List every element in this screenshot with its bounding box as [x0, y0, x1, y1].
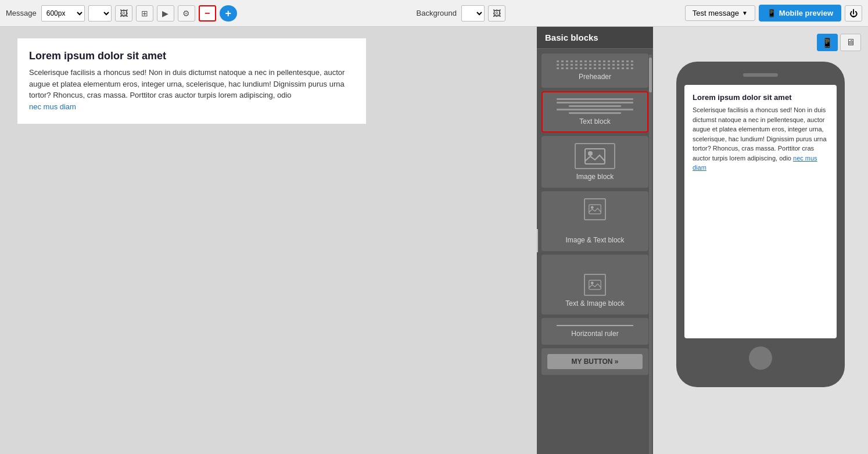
block-item-preheader[interactable]: Preheader	[541, 53, 648, 88]
sidebar-header: Basic blocks	[537, 27, 653, 49]
block-item-hr[interactable]: Horizontal ruler	[541, 318, 648, 345]
button-block-preview: MY BUTTON »	[547, 354, 643, 369]
block-item-text-image[interactable]: Text & Image block	[541, 255, 648, 314]
hr-block-icon	[547, 325, 643, 326]
text-image-block-icon	[547, 262, 643, 296]
sidebar-scrollbar	[649, 55, 652, 454]
image-text-block-icon	[547, 198, 643, 233]
image-text-small-img	[584, 198, 606, 220]
text-block-label: Text block	[579, 117, 610, 126]
block-item-text[interactable]: Text block	[541, 91, 648, 133]
image-icon-btn[interactable]: 🖼	[115, 5, 132, 22]
color-select[interactable]	[88, 5, 112, 22]
phone-speaker	[743, 73, 778, 77]
phone-email-body: Scelerisque facilisis a rhoncus sed! Non…	[693, 105, 828, 173]
background-label: Background	[417, 9, 457, 17]
image-block-label: Image block	[576, 173, 614, 181]
text-line-3	[569, 105, 621, 107]
text-line-2	[557, 102, 633, 103]
text-image-small-img	[584, 274, 606, 296]
sidebar-blocks-list: Preheader Text block	[537, 49, 653, 454]
svg-point-5	[591, 282, 594, 285]
phone-body-text: Scelerisque facilisis a rhoncus sed! Non…	[693, 106, 827, 162]
dashed-line-2	[557, 64, 633, 66]
dashed-line-3	[557, 67, 633, 69]
background-color-select[interactable]	[461, 5, 485, 22]
phone-email-title: Lorem ipsum dolor sit amet	[693, 93, 828, 102]
svg-rect-2	[589, 205, 601, 214]
image-svg-icon	[584, 148, 605, 165]
svg-rect-0	[585, 149, 605, 164]
mobile-preview-toggle[interactable]: 📱	[817, 34, 838, 51]
phone-mockup: Lorem ipsum dolor sit amet Scelerisque f…	[676, 62, 845, 387]
main-area: Lorem ipsum dolor sit amet Scelerisque f…	[0, 27, 868, 454]
text-line-1	[557, 98, 633, 100]
toolbar: Message 600px 500px 700px 🖼 ⊞ ▶ ⚙ − + Ba…	[0, 0, 868, 27]
email-canvas[interactable]: Lorem ipsum dolor sit amet Scelerisque f…	[0, 27, 537, 454]
email-title: Lorem ipsum dolor sit amet	[29, 50, 354, 62]
block-item-button[interactable]: MY BUTTON »	[541, 348, 648, 375]
text-line-5	[569, 112, 621, 114]
preview-toggle-group: 📱 🖥	[817, 34, 861, 51]
image-text-label: Image & Text block	[565, 236, 624, 244]
email-content: Lorem ipsum dolor sit amet Scelerisque f…	[17, 38, 366, 124]
dashed-line-1	[557, 60, 633, 62]
email-body-text: Scelerisque facilisis a rhoncus sed! Non…	[29, 68, 345, 99]
text-image-label: Text & Image block	[565, 299, 624, 308]
block-item-image-text[interactable]: Image & Text block	[541, 191, 648, 251]
power-icon: ⏻	[849, 9, 858, 18]
power-button[interactable]: ⏻	[845, 5, 862, 22]
phone-screen: Lorem ipsum dolor sit amet Scelerisque f…	[684, 85, 837, 338]
message-label: Message	[6, 9, 37, 17]
blocks-sidebar: ► Basic blocks Preheader	[537, 27, 653, 454]
video-icon-btn[interactable]: ▶	[157, 5, 174, 22]
desktop-view-icon: 🖥	[846, 37, 855, 48]
dropdown-arrow-icon: ▼	[742, 10, 748, 16]
img-text-svg	[589, 204, 601, 215]
test-message-label: Test message	[693, 9, 739, 17]
preheader-label: Preheader	[579, 73, 611, 81]
preheader-icon	[547, 60, 643, 69]
copy-icon-btn[interactable]: ⊞	[136, 5, 153, 22]
svg-point-3	[591, 206, 594, 209]
block-item-image[interactable]: Image block	[541, 136, 648, 188]
svg-rect-4	[589, 280, 601, 289]
mobile-preview-button[interactable]: 📱 Mobile preview	[759, 5, 841, 22]
sidebar-scrollbar-thumb	[649, 58, 652, 92]
plus-icon-btn[interactable]: +	[220, 5, 237, 22]
email-body: Scelerisque facilisis a rhoncus sed! Non…	[29, 67, 354, 112]
hr-label: Horizontal ruler	[571, 330, 618, 338]
mobile-view-icon: 📱	[822, 37, 833, 48]
mobile-icon: 📱	[767, 9, 776, 17]
image-placeholder	[575, 143, 615, 169]
text-line-4	[557, 109, 633, 110]
email-link[interactable]: nec mus diam	[29, 102, 76, 111]
sidebar-collapse-arrow[interactable]: ►	[537, 229, 538, 252]
minus-icon: −	[205, 8, 210, 19]
settings-icon-btn[interactable]: ⚙	[178, 5, 195, 22]
desktop-preview-toggle[interactable]: 🖥	[840, 34, 861, 51]
plus-icon: +	[225, 8, 231, 19]
phone-home-button	[749, 346, 772, 370]
width-control: 600px 500px 700px	[41, 5, 85, 22]
mobile-preview-label: Mobile preview	[779, 9, 833, 17]
text-block-icon	[547, 98, 643, 114]
text-img-svg	[589, 280, 601, 290]
svg-point-1	[588, 151, 593, 156]
image-block-icon	[547, 143, 643, 169]
minus-icon-btn[interactable]: −	[199, 5, 216, 22]
hr-line	[557, 325, 633, 326]
preview-panel: 📱 🖥 Lorem ipsum dolor sit amet Scelerisq…	[653, 27, 868, 454]
background-image-btn[interactable]: 🖼	[488, 5, 505, 22]
test-message-button[interactable]: Test message ▼	[685, 5, 755, 21]
width-select[interactable]: 600px 500px 700px	[41, 5, 85, 22]
